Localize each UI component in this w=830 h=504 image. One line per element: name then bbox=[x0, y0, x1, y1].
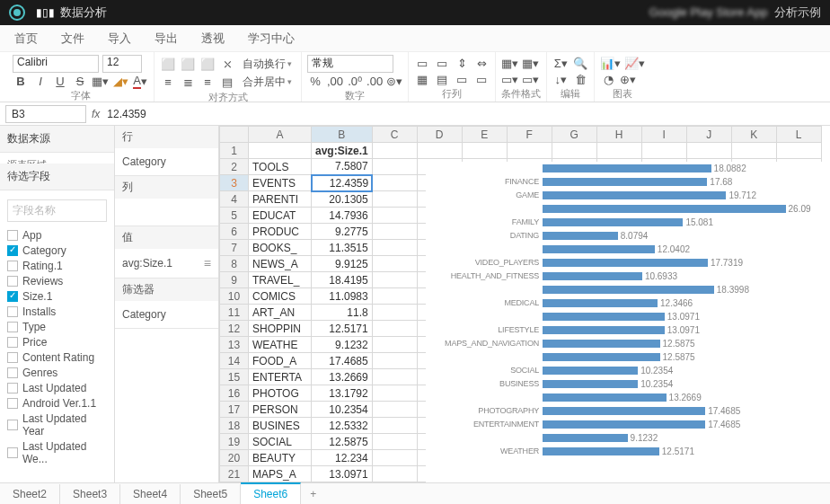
cell-A8[interactable]: NEWS_A bbox=[249, 256, 312, 272]
bar[interactable] bbox=[543, 367, 638, 375]
cell-A6[interactable]: PRODUC bbox=[249, 224, 312, 240]
col-J[interactable]: J bbox=[686, 127, 731, 143]
row-7[interactable]: 7 bbox=[220, 240, 249, 256]
bar[interactable] bbox=[543, 205, 786, 213]
field-Android Ver.1.1[interactable]: Android Ver.1.1 bbox=[7, 397, 107, 410]
insert-row-icon[interactable]: ▭ bbox=[414, 55, 430, 71]
cell-B20[interactable]: 12.234 bbox=[312, 450, 373, 466]
checkbox-icon[interactable] bbox=[7, 398, 18, 409]
tab-Sheet4[interactable]: Sheet4 bbox=[120, 484, 181, 504]
cell-B7[interactable]: 11.3515 bbox=[312, 240, 373, 256]
cell-B8[interactable]: 9.9125 bbox=[312, 256, 373, 272]
col-K[interactable]: K bbox=[731, 127, 776, 143]
fx-icon[interactable]: fx bbox=[92, 108, 100, 120]
cell-B21[interactable]: 13.0971 bbox=[312, 466, 373, 482]
spreadsheet-grid[interactable]: ABCDEFGHIJKL1avg:Size.12TOOLS7.58073EVEN… bbox=[219, 126, 830, 482]
row-17[interactable]: 17 bbox=[220, 402, 249, 418]
tab-Sheet2[interactable]: Sheet2 bbox=[0, 484, 60, 504]
italic-button[interactable]: I bbox=[32, 73, 49, 89]
checkbox-icon[interactable] bbox=[7, 291, 18, 302]
row-19[interactable]: 19 bbox=[220, 434, 249, 450]
col-B[interactable]: B bbox=[312, 127, 373, 143]
field-Last Updated[interactable]: Last Updated bbox=[7, 382, 107, 394]
row-5[interactable]: 5 bbox=[220, 208, 249, 224]
cell-B15[interactable]: 13.2669 bbox=[312, 369, 373, 385]
find-icon[interactable]: 🔍 bbox=[572, 55, 588, 71]
cell-B3[interactable]: 12.4359 bbox=[312, 175, 373, 191]
col-C[interactable]: C bbox=[372, 127, 417, 143]
bar[interactable] bbox=[543, 393, 667, 402]
bold-button[interactable]: B bbox=[13, 73, 29, 89]
row-4[interactable]: 4 bbox=[220, 191, 249, 208]
cell-A13[interactable]: WEATHE bbox=[249, 337, 312, 353]
field-Category[interactable]: Category bbox=[7, 244, 107, 257]
checkbox-icon[interactable] bbox=[7, 322, 18, 332]
row-15[interactable]: 15 bbox=[220, 369, 249, 385]
line-chart-icon[interactable]: 📈▾ bbox=[624, 55, 645, 71]
clear-format-icon[interactable]: ▭▾ bbox=[522, 71, 539, 87]
col-width-icon[interactable]: ⇔ bbox=[473, 55, 490, 71]
group-icon[interactable]: ▭ bbox=[454, 71, 470, 87]
field-Installs[interactable]: Installs bbox=[7, 305, 107, 318]
bar[interactable] bbox=[543, 434, 628, 442]
checkbox-icon[interactable] bbox=[7, 337, 18, 348]
checkbox-icon[interactable] bbox=[7, 352, 18, 363]
indent-icon[interactable]: ▤ bbox=[219, 74, 235, 90]
col-E[interactable]: E bbox=[462, 127, 507, 143]
cell-B12[interactable]: 12.5171 bbox=[312, 321, 373, 337]
bar-chart-icon[interactable]: 📊▾ bbox=[600, 55, 621, 71]
fill-color-button[interactable]: ◢▾ bbox=[112, 73, 128, 89]
cell-B13[interactable]: 9.1232 bbox=[312, 337, 373, 353]
field-Last Updated We...[interactable]: Last Updated We... bbox=[7, 440, 107, 465]
row-20[interactable]: 20 bbox=[220, 450, 249, 466]
cell-A9[interactable]: TRAVEL_ bbox=[249, 272, 312, 288]
field-Price[interactable]: Price bbox=[7, 336, 107, 349]
cell-B19[interactable]: 12.5875 bbox=[312, 434, 373, 450]
bar[interactable] bbox=[543, 232, 618, 240]
bar[interactable] bbox=[543, 218, 683, 226]
font-name-select[interactable]: Calibri bbox=[13, 55, 99, 73]
bar[interactable] bbox=[543, 164, 711, 172]
align-left-icon[interactable]: ≡ bbox=[160, 74, 176, 90]
bar[interactable] bbox=[543, 420, 705, 429]
field-App[interactable]: App bbox=[7, 229, 107, 242]
checkbox-icon[interactable] bbox=[7, 367, 18, 378]
values-zone-item[interactable]: avg:Size.1≡ bbox=[122, 256, 211, 270]
cell-A20[interactable]: BEAUTY bbox=[249, 450, 312, 466]
delete-row-icon[interactable]: ▭ bbox=[434, 55, 450, 71]
row-10[interactable]: 10 bbox=[220, 288, 249, 305]
orientation-icon[interactable]: ⤬ bbox=[219, 56, 235, 72]
decrease-decimal-icon[interactable]: .0⁰ bbox=[347, 73, 363, 89]
field-Reviews[interactable]: Reviews bbox=[7, 275, 107, 287]
cell-A10[interactable]: COMICS bbox=[249, 288, 312, 305]
bar[interactable] bbox=[543, 313, 665, 321]
cell-B11[interactable]: 11.8 bbox=[312, 305, 373, 321]
table-style-icon[interactable]: ▦▾ bbox=[522, 55, 539, 71]
embedded-bar-chart[interactable]: 18.0882FINANCE17.68GAME19.71226.09FAMILY… bbox=[426, 162, 830, 482]
bar[interactable] bbox=[543, 326, 665, 334]
row-2[interactable]: 2 bbox=[220, 159, 249, 175]
cell-A17[interactable]: PERSON bbox=[249, 402, 312, 418]
merge-button[interactable]: 合并居中▾ bbox=[239, 73, 296, 91]
row-21[interactable]: 21 bbox=[220, 466, 249, 482]
cell-style-icon[interactable]: ▭▾ bbox=[501, 71, 518, 87]
cell-A18[interactable]: BUSINES bbox=[249, 418, 312, 434]
tab-Sheet3[interactable]: Sheet3 bbox=[60, 484, 120, 504]
bar[interactable] bbox=[543, 299, 658, 307]
font-color-button[interactable]: A▾ bbox=[132, 73, 148, 89]
bar[interactable] bbox=[543, 178, 707, 186]
field-Genres[interactable]: Genres bbox=[7, 367, 107, 379]
currency-icon[interactable]: ⊚▾ bbox=[386, 73, 402, 89]
underline-button[interactable]: U bbox=[52, 73, 68, 89]
cell-A11[interactable]: ART_AN bbox=[249, 305, 312, 321]
row-8[interactable]: 8 bbox=[220, 256, 249, 272]
cell-B6[interactable]: 9.2775 bbox=[312, 224, 373, 240]
bar[interactable] bbox=[543, 191, 726, 199]
header-avg-size[interactable]: avg:Size.1 bbox=[312, 143, 373, 159]
menu-首页[interactable]: 首页 bbox=[14, 31, 38, 47]
checkbox-icon[interactable] bbox=[7, 261, 18, 271]
field-search-input[interactable]: 字段名称 bbox=[7, 199, 107, 222]
checkbox-icon[interactable] bbox=[7, 306, 18, 317]
checkbox-icon[interactable] bbox=[7, 276, 18, 287]
cell-A12[interactable]: SHOPPIN bbox=[249, 321, 312, 337]
